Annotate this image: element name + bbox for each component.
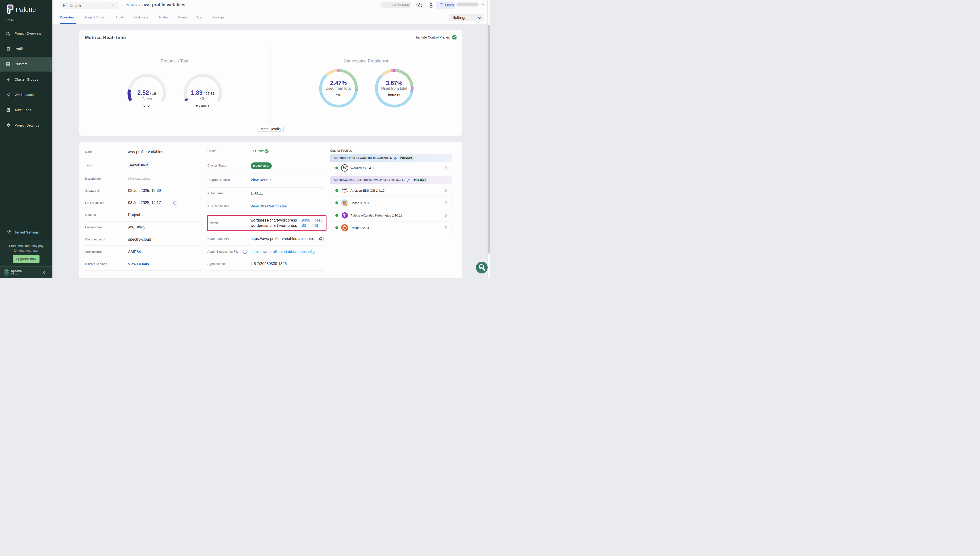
svg-text:W: W xyxy=(343,166,347,170)
svg-text:aws: aws xyxy=(342,187,348,191)
svg-text:aws: aws xyxy=(128,226,133,228)
